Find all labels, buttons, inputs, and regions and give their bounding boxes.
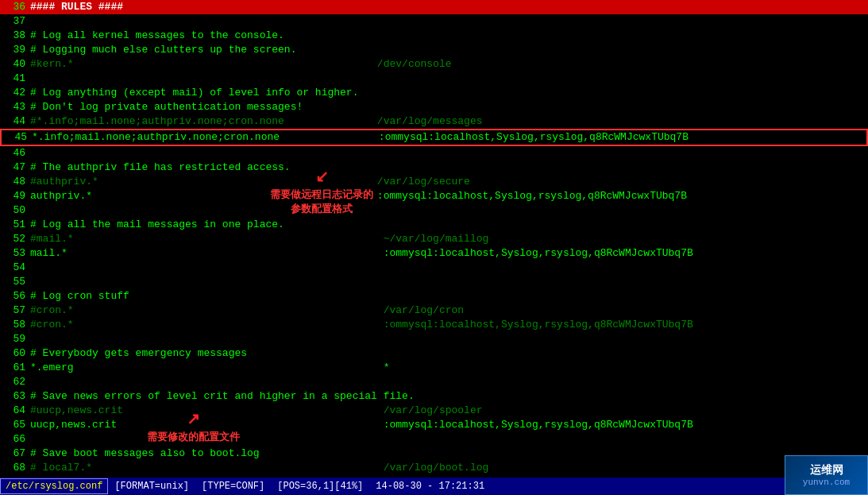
line-42: 42 # Log anything (except mail) of level… [0,86,868,100]
line-40: 40 #kern.* /dev/console [0,57,868,72]
line-67: 67 # Save boot messages also to boot.log [0,447,868,461]
line-65: 65 uucp,news.crit :ommysql:localhost,Sys… [0,418,868,432]
line-64: 64 #uucp,news.crit /var/log/spooler [0,404,868,418]
status-type: [TYPE=CONF] [195,481,271,492]
line-66: 66 [0,432,868,447]
line-56: 56 # Log cron stuff [0,289,868,304]
status-format: [FORMAT=unix] [108,481,195,492]
logo-url: yunvn.com [803,478,850,487]
code-editor: 36 #### RULES #### 37 38 # Log all kerne… [0,0,868,477]
line-50: 50 [0,203,868,218]
line-52: 52 #mail.* ~/var/log/maillog [0,232,868,246]
line-49: 49 authpriv.* :ommysql:localhost,Syslog,… [0,189,868,203]
line-55: 55 [0,275,868,289]
status-datetime: 14-08-30 - 17:21:31 [369,481,491,492]
yunvn-logo: 运维网 yunvn.com [785,455,868,495]
line-39: 39 # Logging much else clutters up the s… [0,43,868,57]
line-59: 59 [0,332,868,346]
file-path: /etc/rsyslog.conf [0,478,108,494]
line-53: 53 mail.* :ommysql:localhost,Syslog,rsys… [0,246,868,261]
line-37: 37 [0,14,868,29]
line-47: 47 # The authpriv file has restricted ac… [0,160,868,175]
line-60: 60 # Everybody gets emergency messages [0,346,868,361]
line-38: 38 # Log all kernel messages to the cons… [0,29,868,43]
line-51: 51 # Log all the mail messages in one pl… [0,218,868,232]
line-number: 36 [3,0,25,14]
line-41: 41 [0,72,868,86]
line-36: 36 #### RULES #### [0,0,868,14]
line-63: 63 # Save news errors of level crit and … [0,389,868,404]
line-68: 68 # local7.* /var/log/boot.log [0,461,868,475]
line-57: 57 #cron.* /var/log/cron [0,304,868,318]
logo-text: 运维网 [810,463,843,478]
line-44: 44 #*.info;mail.none;authpriv.none;cron.… [0,114,868,129]
status-bar: /etc/rsyslog.conf [FORMAT=unix] [TYPE=CO… [0,478,868,495]
line-48: 48 #authpriv.* /var/log/secure [0,175,868,189]
status-position: [POS=36,1][41%] [271,481,369,492]
line-46: 46 [0,146,868,160]
line-62: 62 [0,375,868,389]
line-61: 61 *.emerg * [0,361,868,375]
line-54: 54 [0,261,868,275]
line-58: 58 #cron.* :ommysql:localhost,Syslog,rsy… [0,318,868,332]
line-43: 43 # Don't log private authentication me… [0,100,868,114]
line-45: 45 *.info;mail.none;authpriv.none;cron.n… [0,129,868,146]
